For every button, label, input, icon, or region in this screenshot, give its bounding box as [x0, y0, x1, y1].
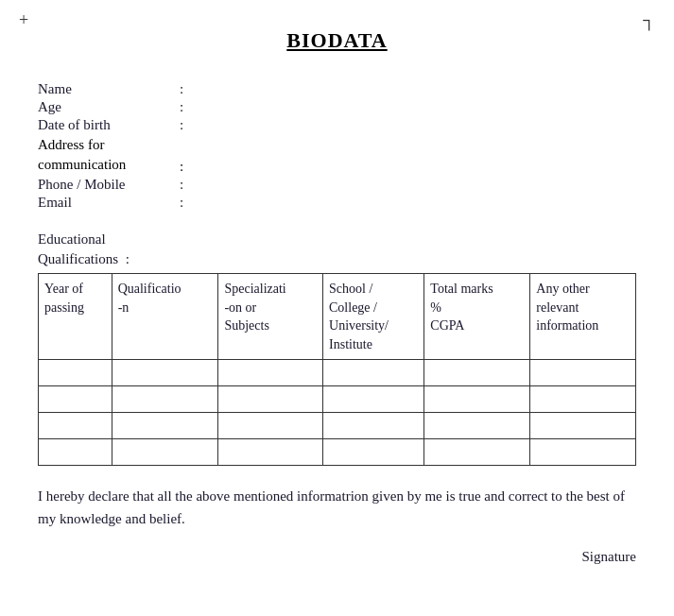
declaration-text: I hereby declare that all the above ment…: [38, 485, 636, 530]
cell: [323, 439, 424, 466]
cell: [530, 413, 636, 439]
name-colon: :: [180, 81, 183, 97]
col-school: School /College /University/Institute: [323, 274, 424, 360]
phone-label: Phone / Mobile: [38, 177, 180, 193]
page-title: BIODATA: [38, 28, 636, 53]
dob-row: Date of birth :: [38, 117, 636, 133]
cell: [323, 360, 424, 386]
table-row: [39, 360, 636, 386]
corner-tl-mark: +: [19, 11, 28, 28]
cell: [323, 413, 424, 439]
cell: [39, 439, 112, 466]
cell: [218, 439, 323, 466]
email-row: Email :: [38, 195, 636, 211]
name-label: Name: [38, 81, 180, 97]
email-colon: :: [180, 195, 183, 211]
personal-info-section: Name : Age : Date of birth : Address for…: [38, 81, 636, 211]
edu-heading-label: EducationalQualifications: [38, 230, 118, 269]
cell: [530, 386, 636, 413]
cell: [424, 439, 530, 466]
age-label: Age: [38, 99, 180, 115]
col-qualification: Qualificatio-n: [112, 274, 218, 360]
cell: [39, 413, 112, 439]
table-row: [39, 386, 636, 413]
signature-label: Signature: [38, 549, 636, 565]
email-label: Email: [38, 195, 180, 211]
address-label: Address forcommunication: [38, 135, 180, 175]
cell: [323, 386, 424, 413]
col-marks: Total marks%CGPA: [424, 274, 530, 360]
cell: [424, 360, 530, 386]
cell: [424, 413, 530, 439]
cell: [424, 386, 530, 413]
table-row: [39, 439, 636, 466]
cell: [112, 360, 218, 386]
cell: [39, 360, 112, 386]
cell: [530, 360, 636, 386]
age-colon: :: [180, 99, 183, 115]
table-row: [39, 413, 636, 439]
address-row: Address forcommunication :: [38, 135, 636, 175]
cell: [112, 386, 218, 413]
edu-heading-colon: :: [122, 251, 130, 269]
cell: [39, 386, 112, 413]
edu-table: Year ofpassing Qualificatio-n Specializa…: [38, 273, 636, 466]
phone-row: Phone / Mobile :: [38, 177, 636, 193]
corner-tr-mark: ┐: [643, 11, 655, 28]
educational-section: EducationalQualifications : Year ofpassi…: [38, 230, 636, 466]
biodata-page: + ┐ BIODATA Name : Age : Date of birth :…: [0, 0, 674, 616]
cell: [218, 386, 323, 413]
col-year: Year ofpassing: [39, 274, 112, 360]
cell: [218, 360, 323, 386]
col-specialization: Specializati-on orSubjects: [218, 274, 323, 360]
cell: [112, 439, 218, 466]
address-colon: :: [180, 159, 183, 175]
phone-colon: :: [180, 177, 183, 193]
age-row: Age :: [38, 99, 636, 115]
edu-heading: EducationalQualifications :: [38, 230, 636, 269]
col-other: Any otherrelevantinformation: [530, 274, 636, 360]
table-header-row: Year ofpassing Qualificatio-n Specializa…: [39, 274, 636, 360]
cell: [112, 413, 218, 439]
dob-colon: :: [180, 117, 183, 133]
name-row: Name :: [38, 81, 636, 97]
cell: [218, 413, 323, 439]
cell: [530, 439, 636, 466]
dob-label: Date of birth: [38, 117, 180, 133]
